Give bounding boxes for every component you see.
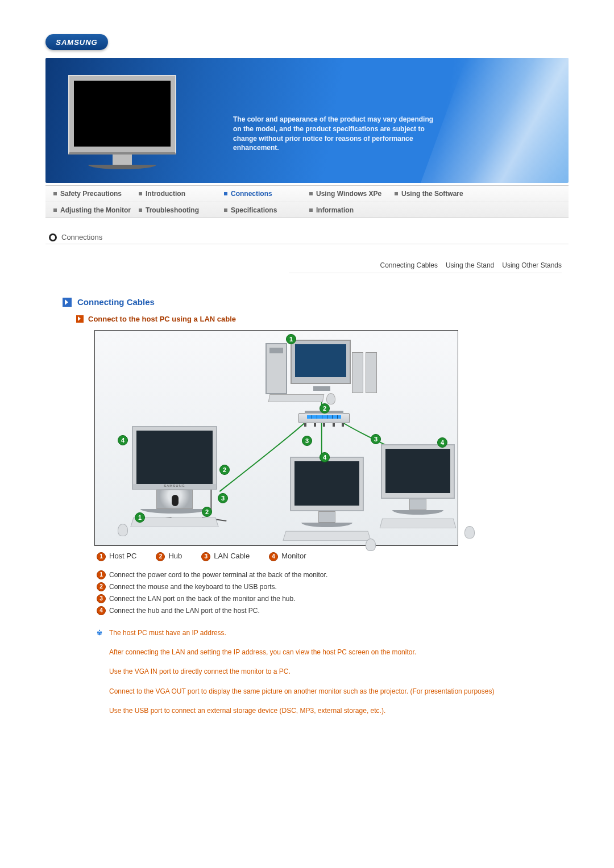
legend-number: 3 (201, 552, 210, 561)
hero-monitor-illustration (63, 75, 182, 172)
nav-label: Connections (231, 190, 272, 198)
note-text: Connect to the VGA OUT port to display t… (109, 686, 517, 697)
diagram-pc-mouse (326, 393, 335, 404)
legend-label: Hub (168, 552, 182, 560)
diagram-badge-4: 4 (320, 452, 330, 462)
note-text: After connecting the LAN and setting the… (109, 646, 517, 658)
nav-adjusting-monitor[interactable]: Adjusting the Monitor (50, 206, 135, 214)
legend-number: 2 (156, 552, 165, 561)
nav-connections[interactable]: Connections (221, 190, 306, 198)
note-text: Use the VGA IN port to directly connect … (109, 666, 517, 677)
nav-label: Using the Software (401, 190, 463, 198)
nav-information[interactable]: Information (306, 206, 391, 214)
step-text: Connect the LAN port on the back of the … (109, 593, 296, 605)
legend-label: Host PC (109, 552, 136, 560)
nav-label: Introduction (146, 190, 185, 198)
main-nav: Safety Precautions Introduction Connecti… (45, 185, 569, 218)
subsection-heading: Connect to the host PC using a LAN cable (76, 315, 562, 323)
subtab-using-other-stands[interactable]: Using Other Stands (502, 261, 562, 269)
brand-logo: SAMSUNG (45, 34, 108, 50)
nav-label: Specifications (231, 206, 277, 214)
subsection-title: Connect to the host PC using a LAN cable (88, 315, 236, 323)
connection-diagram: SAMSUNG 1 2 3 4 3 4 4 2 (94, 330, 458, 546)
nav-row-1: Safety Precautions Introduction Connecti… (45, 186, 569, 202)
step-text: Connect the power cord to the power term… (109, 569, 327, 581)
hero-banner: The color and appearance of the product … (45, 58, 569, 183)
diagram-pc-monitor (291, 340, 351, 384)
subtab-using-stand[interactable]: Using the Stand (446, 261, 494, 269)
arrow-square-icon (63, 298, 72, 307)
nav-label: Safety Precautions (60, 190, 122, 198)
diagram-badge-2c: 2 (202, 507, 212, 517)
legend-number: 1 (97, 552, 106, 561)
nav-row-2: Adjusting the Monitor Troubleshooting Sp… (45, 202, 569, 218)
section-heading: Connecting Cables (63, 297, 562, 307)
section-title: Connecting Cables (77, 297, 155, 307)
legend-label: LAN Cable (214, 552, 250, 560)
diagram-badge-1b: 1 (135, 512, 145, 523)
diagram-badge-4b: 4 (118, 435, 128, 445)
nav-introduction[interactable]: Introduction (135, 190, 221, 198)
diagram-monitor-right (361, 444, 475, 552)
step-text: Connect the mouse and the keyboard to th… (109, 581, 277, 593)
nav-label: Using Windows XPe (316, 190, 381, 198)
nav-windows-xpe[interactable]: Using Windows XPe (306, 190, 391, 198)
nav-troubleshooting[interactable]: Troubleshooting (135, 206, 221, 214)
diagram-hub-feet (304, 423, 344, 427)
note-marker-icon: ※ (97, 627, 103, 634)
step-number: 4 (97, 606, 106, 615)
step-number: 1 (97, 570, 106, 579)
nav-using-software[interactable]: Using the Software (391, 190, 476, 198)
legend-item: 1Host PC (97, 552, 136, 561)
diagram-badge-2: 2 (320, 403, 330, 414)
nav-safety-precautions[interactable]: Safety Precautions (50, 190, 135, 198)
subtab-connecting-cables[interactable]: Connecting Cables (380, 261, 437, 269)
step-number: 2 (97, 582, 106, 591)
hero-disclaimer: The color and appearance of the product … (233, 115, 438, 153)
step-row: 3Connect the LAN port on the back of the… (97, 593, 562, 605)
diagram-pc-speaker (352, 352, 363, 393)
diagram-badge-3c: 3 (218, 493, 228, 503)
sub-tabs: Connecting Cables Using the Stand Using … (289, 261, 562, 273)
step-row: 1Connect the power cord to the power ter… (97, 569, 562, 581)
notes-block: ※The host PC must have an IP address. Af… (97, 627, 517, 717)
diagram-pc-tower (265, 343, 287, 394)
step-row: 4Connect the hub and the LAN port of the… (97, 605, 562, 617)
note-text: Use the USB port to connect an external … (109, 705, 517, 716)
step-number: 3 (97, 594, 106, 603)
step-text: Connect the hub and the LAN port of the … (109, 605, 260, 617)
note-line: ※The host PC must have an IP address. (97, 627, 517, 639)
step-row: 2Connect the mouse and the keyboard to t… (97, 581, 562, 593)
breadcrumb: Connections (49, 233, 128, 244)
diagram-pc-speaker (366, 352, 377, 393)
diagram-hub (298, 413, 350, 423)
nav-specifications[interactable]: Specifications (221, 206, 306, 214)
breadcrumb-marker-icon (49, 233, 57, 241)
diagram-badge-1: 1 (286, 334, 296, 344)
nav-label: Troubleshooting (146, 206, 199, 214)
step-list: 1Connect the power cord to the power ter… (97, 569, 562, 617)
diagram-badge-3b: 3 (371, 434, 381, 444)
nav-label: Information (316, 206, 354, 214)
diagram-pc-keyboard (268, 394, 324, 402)
diagram-badge-3: 3 (302, 436, 312, 446)
note-text: The host PC must have an IP address. (109, 627, 226, 639)
legend-item: 3LAN Cable (201, 552, 250, 561)
breadcrumb-label: Connections (61, 233, 102, 241)
diagram-badge-4c: 4 (437, 437, 447, 448)
diagram-badge-2b: 2 (219, 465, 230, 475)
arrow-square-orange-icon (76, 315, 84, 323)
nav-label: Adjusting the Monitor (60, 206, 131, 214)
legend-item: 2Hub (156, 552, 182, 561)
